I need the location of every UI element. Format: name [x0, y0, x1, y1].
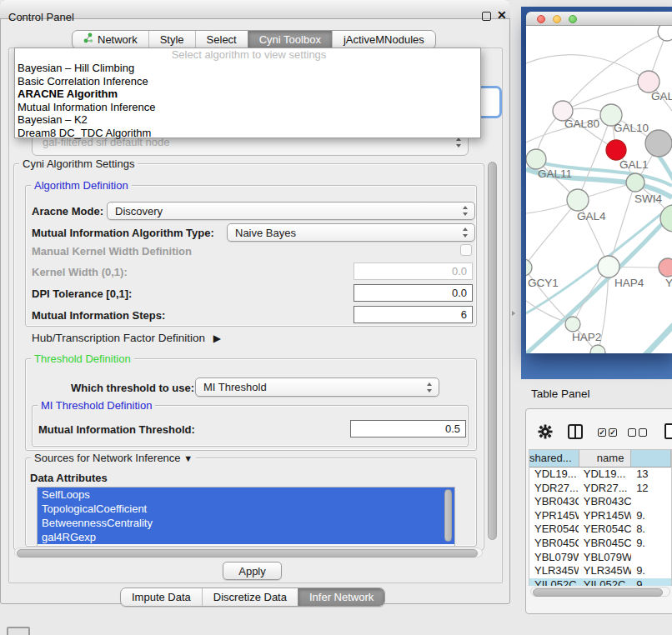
- tab-discretize-data[interactable]: Discretize Data: [202, 588, 298, 606]
- cyni-bottom-tabbar: Impute DataDiscretize DataInfer Network: [120, 588, 385, 607]
- expanded-arrow-icon: ▼: [183, 453, 193, 463]
- control-panel-titlebar[interactable]: [0, 0, 510, 19]
- which-threshold-combo[interactable]: MI Threshold: [195, 378, 439, 397]
- algorithm-popup-item[interactable]: Bayesian – Hill Climbing: [15, 62, 480, 75]
- network-node-swi4[interactable]: [626, 173, 644, 192]
- table-cell: YLR345W: [529, 564, 579, 578]
- apply-button[interactable]: Apply: [223, 562, 282, 580]
- network-node-label: GCY1: [528, 277, 559, 289]
- network-node-y[interactable]: [659, 258, 672, 277]
- network-node-label: GAL11: [538, 168, 572, 180]
- table-row[interactable]: YDL19...YDL19...13: [529, 468, 671, 482]
- tab-jactivemnodules[interactable]: jActiveMNodules: [332, 31, 435, 48]
- data-attributes-label: Data Attributes: [30, 472, 108, 484]
- table-row[interactable]: YBL079WYBL079W: [529, 551, 671, 565]
- dpi-tolerance-input[interactable]: 0.0: [354, 284, 473, 302]
- dpi-tolerance-label: DPI Tolerance [0,1]:: [32, 288, 132, 300]
- algorithm-popup-item[interactable]: ARACNE Algorithm: [15, 88, 480, 101]
- table-row[interactable]: YER054CYER054C8.: [529, 522, 671, 537]
- settings-vertical-scrollbar[interactable]: [488, 162, 497, 540]
- deselect-all-checkbox-icon-2[interactable]: [639, 428, 647, 437]
- network-node-gal11[interactable]: [526, 149, 546, 169]
- mi-type-combo[interactable]: Naive Bayes: [227, 223, 475, 242]
- algorithm-popup-item[interactable]: Basic Correlation Inference: [15, 75, 480, 88]
- select-all-checkbox-icon[interactable]: ✓: [598, 428, 606, 437]
- network-node-gal1[interactable]: [606, 140, 626, 160]
- table-cell: 8.: [631, 522, 671, 537]
- select-all-checkbox-icon-2[interactable]: ✓: [609, 428, 617, 437]
- network-window-titlebar[interactable]: [526, 12, 672, 26]
- network-node[interactable]: [590, 345, 605, 353]
- network-canvas[interactable]: GALGAL80GAL10GAL1GAL11SWI4GAL4GCY1HAP4YH…: [526, 26, 672, 353]
- kernel-width-input[interactable]: 0.0: [354, 262, 473, 280]
- tab-impute-data[interactable]: Impute Data: [121, 588, 202, 606]
- split-view-icon[interactable]: [568, 424, 583, 439]
- network-node-gcy1[interactable]: [526, 259, 532, 276]
- table-hscroll-track[interactable]: [530, 587, 670, 597]
- document-icon[interactable]: [664, 423, 672, 439]
- table-row[interactable]: YLR345WYLR345W9.: [529, 564, 671, 578]
- attribute-list-item[interactable]: SelfLoops: [38, 488, 454, 502]
- algorithm-popup-item[interactable]: Dream8 DC_TDC Algorithm: [15, 127, 480, 140]
- table-row[interactable]: YBR043CYBR043C: [529, 495, 671, 509]
- table-hscroll-thumb[interactable]: [533, 588, 663, 597]
- cyni-algorithm-settings-title: Cyni Algorithm Settings: [19, 158, 138, 170]
- attribute-list-item[interactable]: gal4RGexp: [38, 530, 454, 544]
- close-traffic-light-icon[interactable]: [537, 15, 545, 23]
- sources-title-row[interactable]: Sources for Network Inference ▼: [31, 452, 196, 465]
- tab-infer-network[interactable]: Infer Network: [298, 588, 384, 606]
- table-cell: 12: [631, 482, 671, 496]
- table-column-header[interactable]: name: [579, 450, 632, 467]
- table-column-header[interactable]: shared...: [529, 450, 579, 467]
- network-node[interactable]: [658, 26, 672, 41]
- float-window-icon[interactable]: [482, 12, 491, 21]
- algorithm-popup-item[interactable]: Mutual Information Inference: [15, 101, 480, 114]
- table-row[interactable]: YIL052CYIL052C9: [529, 578, 671, 586]
- network-node-label: GAL4: [577, 210, 606, 222]
- minimize-traffic-light-icon[interactable]: [553, 15, 561, 23]
- table-row[interactable]: YPR145WYPR145W9.: [529, 509, 671, 523]
- spinner-icon: [427, 382, 433, 392]
- hub-definition-label: Hub/Transcription Factor Definition: [32, 332, 205, 344]
- gear-icon[interactable]: [538, 424, 553, 439]
- mi-type-value: Naive Bayes: [235, 227, 296, 239]
- deselect-all-checkbox-icon[interactable]: [628, 428, 636, 437]
- attribute-list-scrollbar[interactable]: [444, 489, 452, 542]
- tab-style[interactable]: Style: [148, 31, 195, 48]
- tab-cyni-toolbox[interactable]: Cyni Toolbox: [248, 31, 332, 48]
- network-node[interactable]: [645, 130, 672, 157]
- attribute-list-item[interactable]: TopologicalCoefficient: [38, 502, 454, 516]
- hub-definition-toggle[interactable]: Hub/Transcription Factor Definition ▶: [32, 332, 221, 344]
- algorithm-popup-item[interactable]: Bayesian – K2: [15, 113, 480, 127]
- mi-threshold-label: Mutual Information Threshold:: [38, 423, 195, 436]
- table-cell: YIL052C: [579, 578, 631, 586]
- network-node-hap4[interactable]: [598, 256, 619, 278]
- mi-threshold-input[interactable]: 0.5: [350, 420, 466, 438]
- network-node-hap2[interactable]: [565, 317, 580, 332]
- attribute-list-item[interactable]: BetweennessCentrality: [38, 516, 454, 530]
- network-node-gal4[interactable]: [567, 189, 589, 211]
- mi-steps-input[interactable]: 6: [354, 306, 473, 323]
- tab-select[interactable]: Select: [195, 31, 248, 48]
- table-column-header[interactable]: [631, 450, 671, 467]
- network-node[interactable]: [660, 205, 672, 232]
- splitter-handle[interactable]: [510, 309, 517, 317]
- table-header-row: shared...name: [529, 450, 671, 468]
- manual-kernel-checkbox[interactable]: [460, 244, 472, 256]
- node-table: shared...name YDL19...YDL19...13YDR27...…: [529, 449, 672, 586]
- table-cell: 9.: [631, 537, 671, 551]
- aracne-mode-combo[interactable]: Discovery: [107, 202, 475, 220]
- table-row[interactable]: YBR045CYBR045C9.: [529, 537, 671, 551]
- zoom-traffic-light-icon[interactable]: [569, 15, 577, 23]
- table-cell: YDL19...: [579, 468, 631, 482]
- table-cell: YIL052C: [529, 578, 579, 586]
- settings-hscroll-thumb[interactable]: [17, 549, 478, 558]
- floating-panel-icon[interactable]: [7, 627, 30, 635]
- tab-network[interactable]: Network: [73, 31, 148, 48]
- table-row[interactable]: YDR27...YDR27...12: [529, 482, 671, 496]
- table-cell: YBR045C: [529, 537, 579, 551]
- close-icon[interactable]: ✕: [497, 8, 507, 22]
- tab-label: Select: [207, 31, 237, 48]
- settings-hscroll-track[interactable]: [14, 548, 483, 558]
- network-node-label: GAL: [651, 90, 672, 102]
